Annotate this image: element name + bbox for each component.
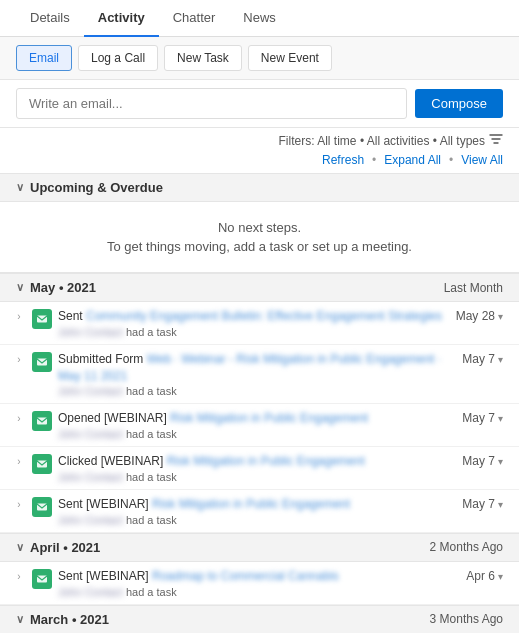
tab-chatter[interactable]: Chatter (159, 0, 230, 37)
filter-row: Filters: All time • All activities • All… (0, 128, 519, 151)
item-expand-icon[interactable]: › (12, 568, 26, 582)
item-title: Submitted Form Web · Webinar - Risk Miti… (58, 351, 456, 385)
tab-activity[interactable]: Activity (84, 0, 159, 37)
upcoming-empty-state: No next steps. To get things moving, add… (0, 202, 519, 273)
item-date-value: May 7 (462, 454, 495, 468)
new-event-button[interactable]: New Event (248, 45, 332, 71)
item-title-blur: Risk Mitigation in Public Engagement (167, 454, 365, 468)
activity-item: › Opened [WEBINAR] Risk Mitigation in Pu… (0, 404, 519, 447)
item-subtitle-suffix: had a task (126, 428, 177, 440)
item-subtitle: John Contact had a task (58, 428, 456, 440)
refresh-link[interactable]: Refresh (322, 153, 364, 167)
view-all-link[interactable]: View All (461, 153, 503, 167)
item-title-blur: Risk Mitigation in Public Engagement (170, 411, 368, 425)
filter-icon[interactable] (489, 132, 503, 149)
item-subtitle: John Contact had a task (58, 586, 460, 598)
upcoming-section-title: Upcoming & Overdue (30, 180, 163, 195)
section-header-1[interactable]: ∨ April • 2021 2 Months Ago (0, 533, 519, 562)
section-header-2[interactable]: ∨ March • 2021 3 Months Ago (0, 605, 519, 633)
item-title-prefix: Clicked [WEBINAR] (58, 454, 167, 468)
item-date: May 7 ▾ (462, 351, 503, 366)
item-date: May 7 ▾ (462, 496, 503, 511)
item-subtitle-blur: John Contact (58, 326, 123, 338)
section-header-0[interactable]: ∨ May • 2021 Last Month (0, 273, 519, 302)
section-chevron-icon: ∨ (16, 541, 24, 554)
item-date-value: May 7 (462, 497, 495, 511)
empty-desc: To get things moving, add a task or set … (16, 239, 503, 254)
item-title: Clicked [WEBINAR] Risk Mitigation in Pub… (58, 453, 456, 470)
item-subtitle: John Contact had a task (58, 326, 450, 338)
item-title-prefix: Sent [WEBINAR] (58, 497, 152, 511)
item-expand-icon[interactable]: › (12, 496, 26, 510)
item-subtitle: John Contact had a task (58, 385, 456, 397)
tab-details[interactable]: Details (16, 0, 84, 37)
item-subtitle-blur: John Contact (58, 586, 123, 598)
item-expand-icon[interactable]: › (12, 351, 26, 365)
item-content: Clicked [WEBINAR] Risk Mitigation in Pub… (58, 453, 456, 483)
item-subtitle-suffix: had a task (126, 471, 177, 483)
email-activity-icon (32, 569, 52, 589)
item-subtitle: John Contact had a task (58, 471, 456, 483)
empty-title: No next steps. (16, 220, 503, 235)
item-date: Apr 6 ▾ (466, 568, 503, 583)
log-call-button[interactable]: Log a Call (78, 45, 158, 71)
item-date-value: Apr 6 (466, 569, 495, 583)
tab-news[interactable]: News (229, 0, 290, 37)
compose-row: Compose (0, 80, 519, 128)
compose-button[interactable]: Compose (415, 89, 503, 118)
filter-text: Filters: All time • All activities • All… (279, 134, 485, 148)
email-activity-icon (32, 309, 52, 329)
item-subtitle-suffix: had a task (126, 326, 177, 338)
email-activity-icon (32, 497, 52, 517)
item-dropdown-icon[interactable]: ▾ (498, 413, 503, 424)
email-compose-input[interactable] (16, 88, 407, 119)
item-title-prefix: Opened [WEBINAR] (58, 411, 170, 425)
item-subtitle-blur: John Contact (58, 471, 123, 483)
section-relative-time: 3 Months Ago (430, 612, 503, 626)
activity-item: › Sent [WEBINAR] Roadmap to Commercial C… (0, 562, 519, 605)
item-subtitle-blur: John Contact (58, 385, 123, 397)
item-title-blur: Community Engagement Bulletin: Effective… (86, 309, 442, 323)
activity-item: › Sent Community Engagement Bulletin: Ef… (0, 302, 519, 345)
item-subtitle-suffix: had a task (126, 514, 177, 526)
item-subtitle-blur: John Contact (58, 428, 123, 440)
item-dropdown-icon[interactable]: ▾ (498, 311, 503, 322)
item-title: Sent [WEBINAR] Roadmap to Commercial Can… (58, 568, 460, 585)
item-dropdown-icon[interactable]: ▾ (498, 499, 503, 510)
item-title: Sent [WEBINAR] Risk Mitigation in Public… (58, 496, 456, 513)
upcoming-chevron-icon: ∨ (16, 181, 24, 194)
item-date-value: May 28 (456, 309, 495, 323)
item-dropdown-icon[interactable]: ▾ (498, 571, 503, 582)
email-activity-icon (32, 454, 52, 474)
section-chevron-icon: ∨ (16, 613, 24, 626)
item-title: Opened [WEBINAR] Risk Mitigation in Publ… (58, 410, 456, 427)
section-chevron-icon: ∨ (16, 281, 24, 294)
item-title-prefix: Sent (58, 309, 86, 323)
item-title: Sent Community Engagement Bulletin: Effe… (58, 308, 450, 325)
tab-bar: Details Activity Chatter News (0, 0, 519, 37)
activity-item: › Clicked [WEBINAR] Risk Mitigation in P… (0, 447, 519, 490)
upcoming-section-header[interactable]: ∨ Upcoming & Overdue (0, 173, 519, 202)
item-title-prefix: Submitted Form (58, 352, 147, 366)
item-title-prefix: Sent [WEBINAR] (58, 569, 152, 583)
new-task-button[interactable]: New Task (164, 45, 242, 71)
item-content: Opened [WEBINAR] Risk Mitigation in Publ… (58, 410, 456, 440)
item-subtitle: John Contact had a task (58, 514, 456, 526)
item-dropdown-icon[interactable]: ▾ (498, 354, 503, 365)
section-relative-time: Last Month (444, 281, 503, 295)
section-relative-time: 2 Months Ago (430, 540, 503, 554)
activity-item: › Submitted Form Web · Webinar - Risk Mi… (0, 345, 519, 405)
item-date-value: May 7 (462, 352, 495, 366)
item-subtitle-suffix: had a task (126, 385, 177, 397)
item-title-blur: Roadmap to Commercial Cannabis (152, 569, 339, 583)
expand-all-link[interactable]: Expand All (384, 153, 441, 167)
item-date-value: May 7 (462, 411, 495, 425)
sections-container: ∨ May • 2021 Last Month › Sent Community… (0, 273, 519, 633)
item-expand-icon[interactable]: › (12, 453, 26, 467)
item-expand-icon[interactable]: › (12, 308, 26, 322)
item-content: Sent [WEBINAR] Risk Mitigation in Public… (58, 496, 456, 526)
section-title: May • 2021 (30, 280, 96, 295)
item-expand-icon[interactable]: › (12, 410, 26, 424)
item-dropdown-icon[interactable]: ▾ (498, 456, 503, 467)
email-button[interactable]: Email (16, 45, 72, 71)
